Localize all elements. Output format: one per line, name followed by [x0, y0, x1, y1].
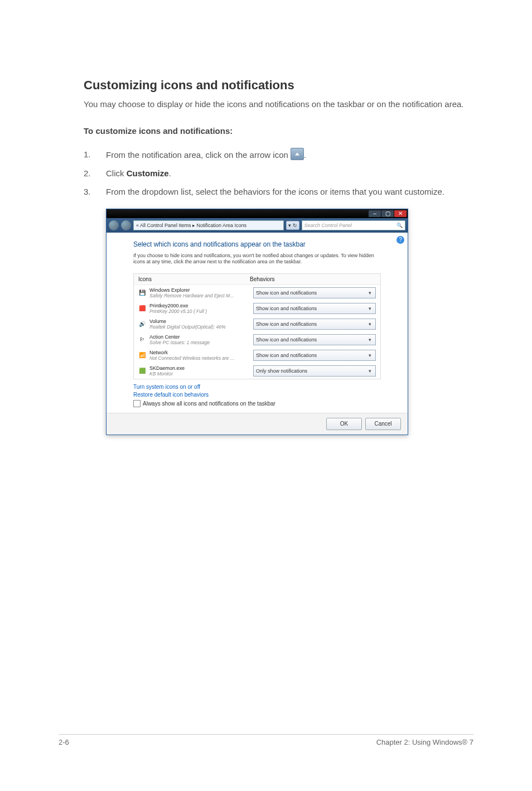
page-footer: 2-6 Chapter 2: Using Windows® 7	[59, 734, 473, 746]
chevron-down-icon: ▾	[366, 306, 373, 311]
step-text: From the notification area, click on the…	[106, 150, 291, 160]
section-title: Customizing icons and notifications	[84, 78, 473, 93]
select-value: Show icon and notifications	[256, 306, 317, 311]
step-bold: Customize	[127, 168, 169, 178]
row-title: Windows Explorer	[149, 287, 250, 293]
minimize-button[interactable]: –	[369, 210, 381, 217]
maximize-button[interactable]: ▢	[381, 210, 394, 217]
table-row: 🟩 SKDaemon.exe KB Monitor Only show noti…	[134, 363, 380, 379]
row-desc: Not Connected Wireless networks are ...	[149, 355, 250, 361]
row-desc: PrintKey 2000 v5.10 ( Full )	[149, 308, 250, 314]
step-1: 1. From the notification area, click on …	[84, 148, 473, 161]
col-icons: Icons	[138, 276, 250, 282]
intro-text: You may choose to display or hide the ic…	[84, 98, 473, 110]
row-title: Network	[149, 350, 250, 355]
link-restore-defaults[interactable]: Restore default icon behaviors	[133, 392, 381, 398]
chevron-down-icon: ▾	[366, 368, 373, 374]
flag-icon: 🏳	[138, 336, 146, 344]
app-icon: 🟩	[138, 367, 146, 375]
help-icon[interactable]: ?	[396, 236, 404, 244]
titlebar: – ▢ ✕	[107, 209, 408, 218]
table-row: 💾 Windows Explorer Safely Remove Hardwar…	[134, 285, 380, 301]
search-input[interactable]: Search Control Panel 🔍	[302, 220, 405, 230]
select-value: Show icon and notifications	[256, 337, 317, 343]
chevron-down-icon: ▾	[366, 337, 373, 343]
step-num: 2.	[84, 167, 106, 180]
sub-heading: To customize icons and notifications:	[84, 126, 473, 136]
page-number: 2-6	[59, 738, 69, 746]
row-title: Printkey2000.exe	[149, 303, 250, 308]
chapter-label: Chapter 2: Using Windows® 7	[376, 738, 473, 746]
row-desc: KB Monitor	[149, 371, 250, 377]
cancel-button[interactable]: Cancel	[365, 418, 401, 430]
select-value: Show icon and notifications	[256, 290, 317, 296]
content-area: ? Select which icons and notifications a…	[107, 233, 408, 413]
ok-button[interactable]: OK	[326, 418, 362, 430]
chevron-down-icon: ▾	[366, 353, 373, 358]
icons-table: Icons Behaviors 💾 Windows Explorer Safel…	[133, 273, 381, 379]
row-title: SKDaemon.exe	[149, 365, 250, 371]
select-value: Show icon and notifications	[256, 321, 317, 327]
table-row: 🔊 Volume Realtek Digital Output(Optical)…	[134, 316, 380, 332]
arrow-up-icon	[291, 148, 304, 160]
search-icon: 🔍	[396, 223, 403, 228]
breadcrumb[interactable]: « All Control Panel Items ▸ Notification…	[133, 220, 284, 230]
chevron-down-icon: ▾	[366, 321, 373, 327]
button-bar: OK Cancel	[107, 413, 408, 435]
step-3: 3. From the dropdown list, select the be…	[84, 185, 473, 198]
step-text: From the dropdown list, select the behav…	[106, 185, 473, 198]
behavior-select[interactable]: Show icon and notifications▾	[253, 350, 376, 361]
nav-back-button[interactable]	[109, 220, 119, 230]
step-text: Click	[106, 168, 127, 178]
table-row: 📶 Network Not Connected Wireless network…	[134, 348, 380, 363]
behavior-select[interactable]: Show icon and notifications▾	[253, 334, 376, 345]
nav-forward-button[interactable]	[121, 220, 131, 230]
search-placeholder: Search Control Panel	[304, 223, 352, 228]
behavior-select[interactable]: Show icon and notifications▾	[253, 319, 376, 330]
row-desc: Realtek Digital Output(Optical): 46%	[149, 324, 250, 330]
links-block: Turn system icons on or off Restore defa…	[133, 384, 381, 398]
refresh-button[interactable]: ▾ ↻	[286, 221, 299, 230]
step-num: 1.	[84, 148, 106, 161]
close-button[interactable]: ✕	[394, 210, 407, 217]
row-title: Action Center	[149, 334, 250, 340]
select-value: Only show notifications	[256, 368, 307, 374]
table-row: 🏳 Action Center Solve PC issues: 1 messa…	[134, 332, 380, 348]
behavior-select[interactable]: Show icon and notifications▾	[253, 303, 376, 314]
row-desc: Solve PC issues: 1 message	[149, 340, 250, 345]
steps-list: 1. From the notification area, click on …	[84, 148, 473, 199]
volume-icon: 🔊	[138, 320, 146, 328]
checkbox-label: Always show all icons and notifications …	[143, 401, 275, 407]
link-system-icons[interactable]: Turn system icons on or off	[133, 384, 381, 390]
checkbox-row: Always show all icons and notifications …	[133, 400, 381, 407]
chevron-down-icon: ▾	[366, 290, 373, 296]
behavior-select[interactable]: Show icon and notifications▾	[253, 287, 376, 298]
step-2: 2. Click Customize.	[84, 167, 473, 180]
window-heading: Select which icons and notifications app…	[133, 240, 381, 248]
col-behaviors: Behaviors	[250, 276, 376, 282]
checkbox-always-show[interactable]	[133, 400, 141, 407]
row-desc: Safely Remove Hardware and Eject M...	[149, 293, 250, 298]
window: – ▢ ✕ « All Control Panel Items ▸ Notifi…	[106, 209, 408, 435]
table-header: Icons Behaviors	[134, 274, 380, 285]
step-num: 3.	[84, 185, 106, 198]
network-icon: 📶	[138, 351, 146, 359]
step-text-after: .	[304, 150, 306, 160]
window-subtext: If you choose to hide icons and notifica…	[133, 253, 381, 266]
row-title: Volume	[149, 319, 250, 324]
eject-icon: 💾	[138, 289, 146, 297]
app-icon: 🟥	[138, 305, 146, 312]
select-value: Show icon and notifications	[256, 353, 317, 358]
table-row: 🟥 Printkey2000.exe PrintKey 2000 v5.10 (…	[134, 301, 380, 316]
behavior-select[interactable]: Only show notifications▾	[253, 365, 376, 377]
step-text-after: .	[169, 168, 171, 178]
addressbar: « All Control Panel Items ▸ Notification…	[107, 218, 408, 233]
